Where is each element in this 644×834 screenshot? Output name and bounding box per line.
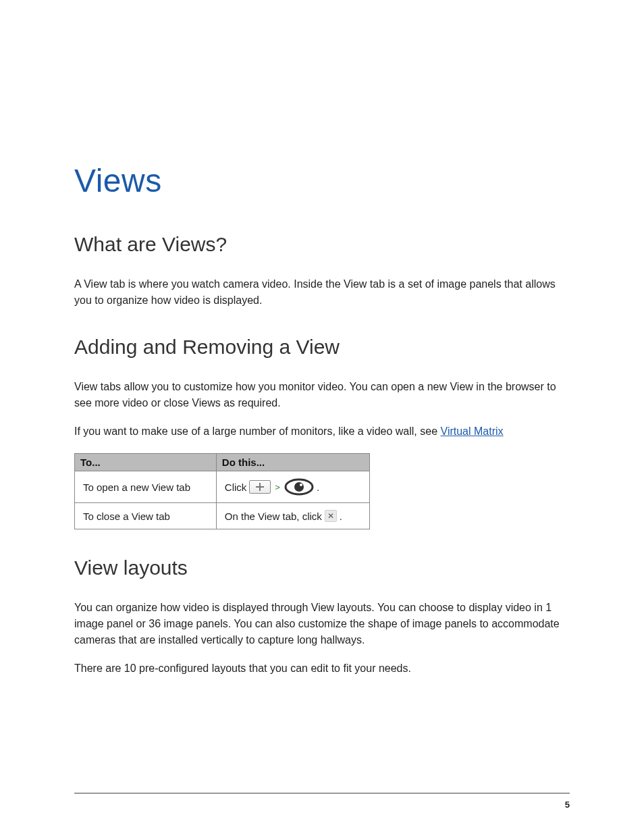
table-header-to: To...	[75, 454, 217, 471]
close-icon: ✕	[325, 510, 337, 522]
paragraph: You can organize how video is displayed …	[74, 600, 570, 648]
table-row: To close a View tab On the View tab, cli…	[75, 503, 370, 529]
text-run: If you want to make use of a large numbe…	[74, 425, 441, 437]
paragraph: There are 10 pre-configured layouts that…	[74, 660, 570, 677]
table-cell-to: To close a View tab	[75, 503, 217, 529]
page-number: 5	[565, 800, 570, 810]
paragraph: If you want to make use of a large numbe…	[74, 423, 570, 440]
text-run: Click	[225, 481, 247, 493]
document-page: Views What are Views? A View tab is wher…	[0, 0, 644, 834]
table-header-do: Do this...	[216, 454, 369, 471]
svg-point-1	[294, 482, 304, 492]
table-row: To open a new View tab Click >	[75, 471, 370, 503]
page-title: Views	[74, 162, 570, 199]
section-heading-adding-removing: Adding and Removing a View	[74, 336, 570, 359]
table-cell-do: Click > .	[216, 471, 369, 503]
table-cell-to: To open a new View tab	[75, 471, 217, 503]
eye-icon	[284, 478, 314, 496]
paragraph: A View tab is where you watch camera vid…	[74, 276, 570, 309]
section-heading-what-are-views: What are Views?	[74, 233, 570, 256]
actions-table: To... Do this... To open a new View tab …	[74, 453, 370, 529]
text-run: .	[340, 511, 342, 522]
breadcrumb-separator-icon: >	[273, 482, 281, 492]
svg-point-2	[300, 484, 302, 486]
section-heading-view-layouts: View layouts	[74, 556, 570, 579]
table-cell-do: On the View tab, click ✕ .	[216, 503, 369, 529]
paragraph: View tabs allow you to customize how you…	[74, 379, 570, 411]
footer-rule	[74, 793, 570, 793]
text-run: On the View tab, click	[225, 511, 322, 522]
link-virtual-matrix[interactable]: Virtual Matrix	[441, 425, 504, 437]
plus-button-icon	[249, 480, 271, 494]
text-run: .	[317, 481, 319, 493]
